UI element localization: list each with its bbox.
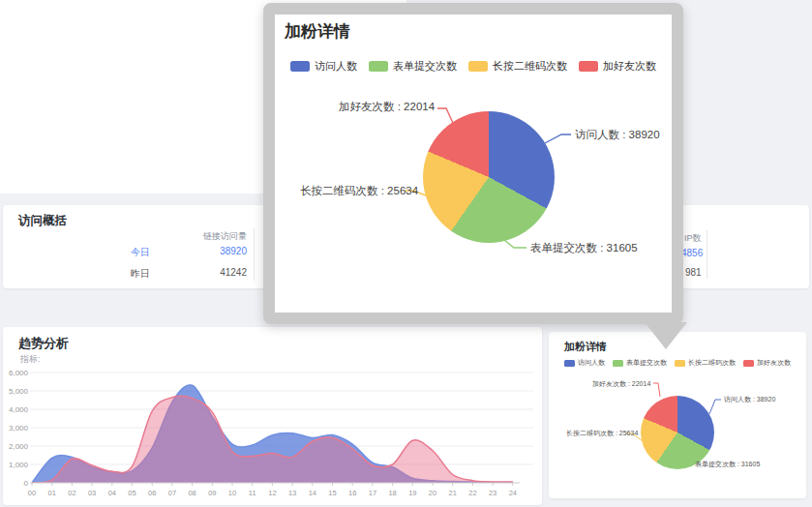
legend-label: 长按二维码次数 (493, 59, 567, 74)
legend-item-friend[interactable]: 加好友次数 (743, 358, 791, 368)
row-label-yesterday[interactable]: 昨日 (129, 267, 152, 281)
x-axis-tick-label: 17 (369, 489, 376, 497)
x-axis-tick-label: 16 (348, 489, 356, 497)
x-axis-tick-label: 14 (309, 489, 316, 497)
x-axis-tick-label: 08 (188, 489, 195, 497)
x-axis-tick-label: 13 (288, 489, 296, 497)
legend-swatch (675, 360, 685, 367)
x-axis-tick-label: 01 (48, 489, 56, 497)
legend-label: 访问人数 (578, 358, 605, 368)
legend-swatch (468, 61, 488, 72)
x-axis-tick-label: 06 (148, 489, 156, 497)
column-divider (254, 228, 255, 281)
x-axis-tick-label: 07 (168, 489, 176, 497)
value-ip-yesterday: 981 (685, 267, 702, 278)
y-axis-tick-label: 1,000 (9, 461, 29, 469)
x-axis-tick-label: 02 (68, 489, 75, 497)
legend-swatch (564, 360, 575, 367)
popup-title: 加粉详情 (285, 20, 350, 43)
trend-analysis-title: 趋势分析 (18, 335, 69, 352)
x-axis-tick-label: 19 (408, 489, 416, 497)
legend-swatch (743, 360, 754, 367)
legend-swatch (290, 61, 310, 72)
pie-label-qr: 长按二维码次数 : 25634 (300, 184, 418, 198)
legend-item-qr[interactable]: 长按二维码次数 (675, 358, 736, 368)
legend-item-form[interactable]: 表单提交次数 (613, 358, 667, 368)
value-link-visits-yesterday: 41242 (177, 267, 247, 278)
pie-label-visit: 访问人数 : 38920 (724, 395, 775, 404)
column-header-ip: IP数 (684, 232, 702, 245)
legend-label: 访问人数 (315, 59, 357, 74)
value-link-visits-today: 38920 (177, 246, 247, 256)
legend-label: 长按二维码次数 (688, 358, 736, 368)
legend-label: 加好友次数 (757, 358, 791, 368)
legend-item-visit[interactable]: 访问人数 (564, 358, 605, 368)
x-axis-tick-label: 22 (468, 489, 476, 497)
legend-item-form[interactable]: 表单提交次数 (369, 59, 457, 74)
pie-label-qr: 长按二维码次数 : 25634 (566, 429, 638, 438)
pie-label-visit: 访问人数 : 38920 (575, 128, 660, 142)
pie-label-form: 表单提交次数 : 31605 (695, 460, 760, 469)
legend-item-visit[interactable]: 访问人数 (290, 59, 357, 74)
pie-chart[interactable] (423, 111, 555, 243)
x-axis-tick-label: 15 (328, 489, 336, 497)
y-axis-tick-label: 2,000 (9, 442, 29, 451)
value-ip-today: 4856 (681, 248, 703, 258)
legend-label: 表单提交次数 (626, 358, 667, 368)
x-axis-tick-label: 21 (449, 489, 457, 497)
x-axis-tick-label: 11 (249, 489, 256, 497)
fan-detail-title: 加粉详情 (564, 340, 607, 354)
y-axis-tick-label: 6,000 (9, 369, 29, 377)
column-header-link-visits: 链接访问量 (177, 230, 247, 243)
fan-detail-popup: 加粉详情 访问人数 表单提交次数 长按二维码次数 加好友次数 加好友次数 : 2… (263, 3, 683, 324)
x-axis-tick-label: 23 (489, 489, 496, 497)
pie-label-friend: 加好友次数 : 22014 (592, 379, 650, 389)
x-axis-tick-label: 05 (128, 489, 135, 497)
x-axis-tick-label: 18 (388, 489, 396, 497)
legend-item-qr[interactable]: 长按二维码次数 (468, 59, 567, 74)
pie-label-form: 表单提交次数 : 31605 (530, 241, 638, 255)
y-axis-tick-label: 5,000 (9, 387, 29, 396)
popup-pointer-arrow (645, 322, 687, 349)
trend-analysis-card: 趋势分析 指标: 01,0002,0003,0004,0005,0006,000… (3, 327, 542, 505)
pie-label-friend: 加好友次数 : 22014 (339, 100, 435, 114)
x-axis-tick-label: 12 (268, 489, 276, 497)
column-divider (707, 230, 707, 279)
x-axis-tick-label: 10 (228, 489, 236, 497)
legend-label: 表单提交次数 (393, 59, 457, 74)
x-axis-tick-label: 03 (88, 489, 96, 497)
y-axis-tick-label: 3,000 (9, 424, 29, 432)
trend-area-chart[interactable]: 01,0002,0003,0004,0005,0006,000000102030… (3, 364, 542, 505)
fan-detail-card: 加粉详情 访问人数 表单提交次数 长按二维码次数 加好友次数 加好友次数 : 2… (549, 332, 806, 498)
visit-summary-title: 访问概括 (18, 213, 67, 229)
pie-chart[interactable] (641, 396, 714, 469)
pie-legend: 访问人数 表单提交次数 长按二维码次数 加好友次数 (275, 59, 672, 74)
x-axis-tick-label: 24 (509, 489, 517, 497)
dashboard-page: { "page": { "background": "#f0f1f4" }, "… (0, 0, 812, 507)
legend-swatch (613, 360, 623, 367)
x-axis-tick-label: 09 (208, 489, 216, 497)
x-axis-tick-label: 04 (108, 489, 116, 497)
x-axis-tick-label: 00 (28, 489, 36, 497)
legend-swatch (579, 61, 598, 72)
y-axis-tick-label: 0 (24, 479, 29, 488)
pie-legend: 访问人数 表单提交次数 长按二维码次数 加好友次数 (549, 358, 806, 368)
legend-swatch (369, 61, 388, 72)
legend-label: 加好友次数 (603, 59, 656, 74)
row-label-today[interactable]: 今日 (129, 246, 152, 259)
x-axis-tick-label: 20 (429, 489, 436, 497)
trend-series-group (32, 385, 513, 483)
legend-item-friend[interactable]: 加好友次数 (579, 59, 656, 74)
y-axis-tick-label: 4,000 (9, 405, 29, 414)
